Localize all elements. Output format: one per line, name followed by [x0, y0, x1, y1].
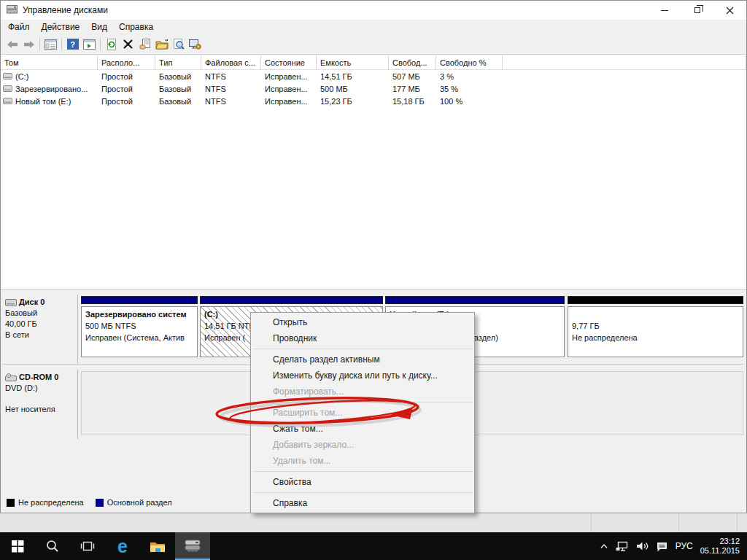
delete-button[interactable] — [120, 36, 136, 52]
menu-item-format[interactable]: Форматировать... — [251, 384, 474, 400]
properties-button[interactable] — [136, 36, 153, 52]
volume-icon — [3, 73, 12, 79]
toolbar-separator — [61, 38, 62, 50]
clock[interactable]: 23:12 05.11.2015 — [700, 537, 740, 556]
computer-manage-icon — [189, 39, 201, 50]
network-icon[interactable] — [616, 541, 629, 552]
menu-item-change-letter[interactable]: Изменить букву диска или путь к диску... — [251, 368, 474, 384]
close-icon — [726, 7, 734, 15]
column-filesystem[interactable]: Файловая с... — [201, 55, 261, 70]
menu-item-add-mirror[interactable]: Добавить зеркало... — [251, 437, 474, 453]
menu-help[interactable]: Справка — [113, 20, 159, 34]
menu-bar: Файл Действие Вид Справка — [1, 20, 746, 34]
column-free[interactable]: Свобод... — [389, 55, 436, 70]
menu-separator — [252, 402, 473, 402]
minimize-button[interactable] — [648, 1, 681, 20]
chevron-up-icon[interactable] — [600, 543, 608, 549]
column-free-pct[interactable]: Свободно % — [436, 55, 503, 70]
search-button[interactable] — [170, 36, 187, 52]
help-button[interactable]: ? — [64, 36, 81, 52]
cdrom-drive: DVD (D:) — [5, 383, 74, 394]
volume-list-header: Том Располо... Тип Файловая с... Состоян… — [1, 55, 746, 70]
folder-icon — [150, 540, 166, 553]
disk-management-taskbar-button[interactable] — [175, 532, 210, 560]
menu-separator — [252, 349, 473, 349]
menu-item-explorer[interactable]: Проводник — [251, 330, 474, 346]
show-console-button[interactable] — [81, 36, 98, 52]
column-volume[interactable]: Том — [1, 55, 98, 70]
partition-unallocated[interactable]: 9,77 ГБ Не распределена — [568, 296, 743, 362]
back-button[interactable] — [4, 36, 20, 52]
strip-divider — [678, 513, 679, 532]
menu-item-help[interactable]: Справка — [251, 495, 474, 511]
column-capacity[interactable]: Емкость — [317, 55, 389, 70]
table-row[interactable]: Новый том (E:) Простой Базовый NTFS Испр… — [1, 95, 746, 107]
menu-file[interactable]: Файл — [2, 20, 36, 34]
minimize-icon — [661, 10, 668, 11]
taskbar: e РУС 23:12 05.11.2015 — [0, 532, 747, 560]
menu-item-open[interactable]: Открыть — [251, 314, 474, 330]
unallocated-band — [568, 296, 743, 304]
forward-button[interactable] — [20, 36, 37, 52]
search-taskbar-button[interactable] — [35, 532, 70, 560]
unallocated-swatch — [7, 499, 15, 507]
start-button[interactable] — [0, 532, 35, 560]
disk0-status: В сети — [5, 330, 74, 341]
date: 05.11.2015 — [700, 546, 740, 556]
language-indicator[interactable]: РУС — [676, 541, 693, 551]
column-type[interactable]: Тип — [155, 55, 201, 70]
table-row[interactable]: Зарезервировано... Простой Базовый NTFS … — [1, 82, 746, 95]
edge-icon: e — [117, 537, 128, 556]
strip-divider — [591, 513, 592, 532]
menu-item-delete-volume[interactable]: Удалить том... — [251, 453, 474, 469]
volume-speaker-icon[interactable] — [636, 541, 649, 551]
windows-logo-icon — [12, 540, 24, 553]
menu-item-properties[interactable]: Свойства — [251, 474, 474, 490]
desktop-strip — [0, 513, 747, 532]
menu-separator — [252, 492, 473, 493]
context-menu: Открыть Проводник Сделать раздел активны… — [250, 312, 475, 513]
toolbar: ? — [1, 34, 746, 55]
legend-item-primary: Основной раздел — [96, 498, 172, 507]
task-view-icon — [80, 540, 95, 552]
menu-item-mark-active[interactable]: Сделать раздел активным — [251, 351, 474, 368]
file-explorer-button[interactable] — [140, 532, 175, 560]
volume-icon — [3, 85, 12, 92]
console-play-icon — [83, 39, 96, 50]
column-layout[interactable]: Располо... — [98, 55, 155, 70]
delete-x-icon — [123, 39, 133, 49]
screen: Управление дисками Файл Действие Вид Спр… — [0, 0, 747, 560]
open-folder-button[interactable] — [153, 36, 170, 52]
manage-computer-button[interactable] — [187, 36, 204, 52]
console-tree-button[interactable] — [42, 36, 59, 52]
disk-icon — [5, 299, 17, 306]
primary-partition-band — [200, 296, 383, 304]
back-arrow-icon — [7, 40, 18, 49]
forward-arrow-icon — [23, 40, 35, 49]
menu-item-extend-volume[interactable]: Расширить том... — [251, 405, 474, 421]
volume-icon — [3, 98, 12, 104]
cdrom-label[interactable]: CD-ROM 0 DVD (D:) Нет носителя — [2, 370, 78, 439]
toolbar-separator — [100, 38, 101, 50]
disk0-label[interactable]: Диск 0 Базовый 40,00 ГБ В сети — [2, 295, 78, 364]
task-view-button[interactable] — [70, 532, 105, 560]
refresh-icon — [106, 39, 117, 50]
toolbar-separator — [39, 38, 40, 50]
strip-divider — [737, 513, 738, 532]
close-button[interactable] — [713, 1, 746, 20]
menu-view[interactable]: Вид — [85, 20, 113, 34]
legend-item-unallocated: Не распределена — [7, 498, 84, 507]
restore-button[interactable] — [681, 1, 713, 20]
menu-item-shrink-volume[interactable]: Сжать том... — [251, 421, 474, 437]
table-row[interactable]: (C:) Простой Базовый NTFS Исправен... 14… — [1, 70, 746, 82]
disk-management-icon — [7, 4, 18, 17]
partition-system-reserved[interactable]: Зарезервировано систем 500 МБ NTFS Испра… — [81, 296, 198, 362]
volume-list: Том Располо... Тип Файловая с... Состоян… — [1, 55, 746, 289]
console-window-icon — [44, 39, 57, 50]
menu-action[interactable]: Действие — [36, 20, 86, 34]
column-status[interactable]: Состояние — [261, 55, 317, 70]
action-center-icon[interactable] — [656, 541, 668, 552]
title-bar: Управление дисками — [1, 1, 746, 20]
refresh-button[interactable] — [103, 36, 120, 52]
edge-button[interactable]: e — [105, 532, 140, 560]
